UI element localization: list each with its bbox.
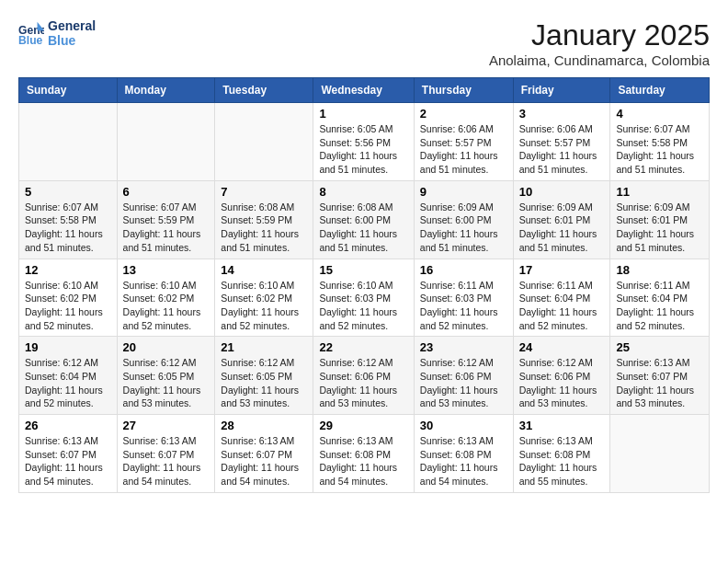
calendar-cell: 11 Sunrise: 6:09 AMSunset: 6:01 PMDaylig… [610, 180, 710, 259]
calendar-cell: 31 Sunrise: 6:13 AMSunset: 6:08 PMDaylig… [513, 415, 610, 493]
week-row-2: 5 Sunrise: 6:07 AMSunset: 5:58 PMDayligh… [19, 180, 710, 259]
calendar-cell: 17 Sunrise: 6:11 AMSunset: 6:04 PMDaylig… [513, 259, 610, 337]
day-info: Sunrise: 6:13 AMSunset: 6:07 PMDaylight:… [25, 434, 111, 488]
calendar-cell [610, 415, 710, 493]
day-number: 12 [25, 263, 111, 277]
day-number: 17 [519, 263, 605, 277]
day-number: 27 [123, 419, 210, 432]
day-number: 29 [319, 419, 407, 432]
calendar-cell: 7 Sunrise: 6:08 AMSunset: 5:59 PMDayligh… [215, 180, 313, 259]
calendar-cell: 8 Sunrise: 6:08 AMSunset: 6:00 PMDayligh… [313, 180, 414, 259]
day-info: Sunrise: 6:09 AMSunset: 6:01 PMDaylight:… [616, 201, 703, 255]
day-info: Sunrise: 6:10 AMSunset: 6:02 PMDaylight:… [123, 279, 210, 333]
calendar-cell: 24 Sunrise: 6:12 AMSunset: 6:06 PMDaylig… [513, 337, 610, 415]
day-number: 4 [616, 107, 703, 121]
calendar-cell: 19 Sunrise: 6:12 AMSunset: 6:04 PMDaylig… [19, 337, 118, 415]
day-number: 26 [25, 419, 111, 432]
calendar-cell: 29 Sunrise: 6:13 AMSunset: 6:08 PMDaylig… [313, 415, 414, 493]
calendar-cell: 23 Sunrise: 6:12 AMSunset: 6:06 PMDaylig… [414, 337, 513, 415]
calendar-cell: 10 Sunrise: 6:09 AMSunset: 6:01 PMDaylig… [513, 180, 610, 259]
calendar-cell: 9 Sunrise: 6:09 AMSunset: 6:00 PMDayligh… [414, 180, 513, 259]
day-number: 13 [123, 263, 210, 277]
day-info: Sunrise: 6:11 AMSunset: 6:04 PMDaylight:… [519, 279, 605, 333]
calendar-cell: 15 Sunrise: 6:10 AMSunset: 6:03 PMDaylig… [313, 259, 414, 337]
day-info: Sunrise: 6:10 AMSunset: 6:02 PMDaylight:… [25, 279, 111, 333]
day-number: 22 [319, 340, 407, 354]
calendar-cell: 13 Sunrise: 6:10 AMSunset: 6:02 PMDaylig… [117, 259, 215, 337]
day-number: 24 [519, 340, 605, 354]
calendar-cell: 2 Sunrise: 6:06 AMSunset: 5:57 PMDayligh… [414, 103, 513, 181]
day-number: 15 [319, 263, 407, 277]
day-info: Sunrise: 6:07 AMSunset: 5:58 PMDaylight:… [25, 201, 111, 255]
calendar-cell [19, 103, 118, 181]
calendar-cell: 21 Sunrise: 6:12 AMSunset: 6:05 PMDaylig… [215, 337, 313, 415]
week-row-5: 26 Sunrise: 6:13 AMSunset: 6:07 PMDaylig… [19, 415, 710, 493]
day-info: Sunrise: 6:13 AMSunset: 6:07 PMDaylight:… [123, 434, 210, 488]
location-subtitle: Anolaima, Cundinamarca, Colombia [489, 52, 710, 68]
calendar-cell: 5 Sunrise: 6:07 AMSunset: 5:58 PMDayligh… [19, 180, 118, 259]
day-number: 2 [420, 107, 507, 121]
day-info: Sunrise: 6:09 AMSunset: 6:01 PMDaylight:… [519, 201, 605, 255]
day-info: Sunrise: 6:05 AMSunset: 5:56 PMDaylight:… [319, 122, 407, 177]
calendar-cell: 26 Sunrise: 6:13 AMSunset: 6:07 PMDaylig… [19, 415, 118, 493]
day-info: Sunrise: 6:06 AMSunset: 5:57 PMDaylight:… [420, 122, 507, 177]
day-info: Sunrise: 6:11 AMSunset: 6:03 PMDaylight:… [420, 279, 507, 333]
calendar-cell: 18 Sunrise: 6:11 AMSunset: 6:04 PMDaylig… [610, 259, 710, 337]
svg-text:Blue: Blue [18, 34, 43, 46]
day-number: 25 [616, 340, 703, 354]
calendar-cell: 16 Sunrise: 6:11 AMSunset: 6:03 PMDaylig… [414, 259, 513, 337]
day-number: 21 [221, 340, 307, 354]
day-number: 20 [123, 340, 210, 354]
calendar-cell: 3 Sunrise: 6:06 AMSunset: 5:57 PMDayligh… [513, 103, 610, 181]
day-number: 19 [25, 340, 111, 354]
week-row-1: 1 Sunrise: 6:05 AMSunset: 5:56 PMDayligh… [19, 103, 710, 181]
day-info: Sunrise: 6:08 AMSunset: 5:59 PMDaylight:… [221, 201, 307, 255]
calendar-cell: 12 Sunrise: 6:10 AMSunset: 6:02 PMDaylig… [19, 259, 118, 337]
day-number: 10 [519, 185, 605, 199]
weekday-header-row: SundayMondayTuesdayWednesdayThursdayFrid… [19, 78, 710, 103]
day-number: 3 [519, 107, 605, 121]
day-number: 11 [616, 185, 703, 199]
calendar-table: SundayMondayTuesdayWednesdayThursdayFrid… [18, 77, 710, 493]
day-number: 28 [221, 419, 307, 432]
day-number: 6 [123, 185, 210, 199]
calendar-cell: 28 Sunrise: 6:13 AMSunset: 6:07 PMDaylig… [215, 415, 313, 493]
logo-line1: General [48, 18, 96, 33]
calendar-cell: 25 Sunrise: 6:13 AMSunset: 6:07 PMDaylig… [610, 337, 710, 415]
day-number: 5 [25, 185, 111, 199]
day-info: Sunrise: 6:11 AMSunset: 6:04 PMDaylight:… [616, 279, 703, 333]
day-info: Sunrise: 6:13 AMSunset: 6:08 PMDaylight:… [519, 434, 605, 488]
day-info: Sunrise: 6:12 AMSunset: 6:06 PMDaylight:… [519, 356, 605, 410]
header-saturday: Saturday [610, 78, 710, 103]
day-number: 31 [519, 419, 605, 432]
day-info: Sunrise: 6:12 AMSunset: 6:05 PMDaylight:… [123, 356, 210, 410]
page-header: General Blue General Blue January 2025 A… [18, 18, 710, 68]
calendar-cell: 14 Sunrise: 6:10 AMSunset: 6:02 PMDaylig… [215, 259, 313, 337]
day-info: Sunrise: 6:12 AMSunset: 6:05 PMDaylight:… [221, 356, 307, 410]
day-info: Sunrise: 6:10 AMSunset: 6:02 PMDaylight:… [221, 279, 307, 333]
day-info: Sunrise: 6:13 AMSunset: 6:08 PMDaylight:… [319, 434, 407, 488]
week-row-4: 19 Sunrise: 6:12 AMSunset: 6:04 PMDaylig… [19, 337, 710, 415]
day-info: Sunrise: 6:12 AMSunset: 6:06 PMDaylight:… [319, 356, 407, 410]
day-info: Sunrise: 6:13 AMSunset: 6:08 PMDaylight:… [420, 434, 507, 488]
month-title: January 2025 [489, 18, 710, 52]
day-number: 8 [319, 185, 407, 199]
day-number: 18 [616, 263, 703, 277]
calendar-cell: 27 Sunrise: 6:13 AMSunset: 6:07 PMDaylig… [117, 415, 215, 493]
day-number: 30 [420, 419, 507, 432]
day-info: Sunrise: 6:13 AMSunset: 6:07 PMDaylight:… [616, 356, 703, 410]
header-wednesday: Wednesday [313, 78, 414, 103]
header-friday: Friday [513, 78, 610, 103]
day-info: Sunrise: 6:13 AMSunset: 6:07 PMDaylight:… [221, 434, 307, 488]
day-info: Sunrise: 6:08 AMSunset: 6:00 PMDaylight:… [319, 201, 407, 255]
day-number: 7 [221, 185, 307, 199]
header-thursday: Thursday [414, 78, 513, 103]
day-info: Sunrise: 6:10 AMSunset: 6:03 PMDaylight:… [319, 279, 407, 333]
title-section: January 2025 Anolaima, Cundinamarca, Col… [489, 18, 710, 68]
calendar-cell: 4 Sunrise: 6:07 AMSunset: 5:58 PMDayligh… [610, 103, 710, 181]
calendar-cell [117, 103, 215, 181]
logo-line2: Blue [48, 33, 96, 48]
header-tuesday: Tuesday [215, 78, 313, 103]
day-number: 23 [420, 340, 507, 354]
logo-icon: General Blue [18, 20, 44, 46]
